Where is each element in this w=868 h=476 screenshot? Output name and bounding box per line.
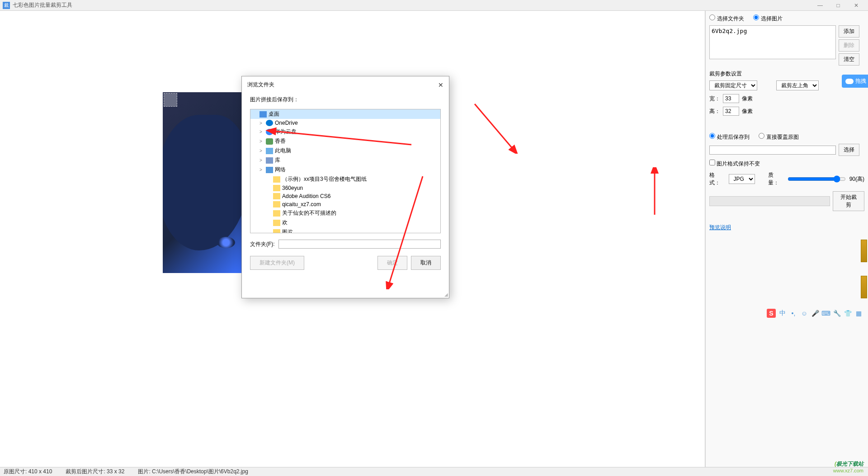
maximize-button[interactable]: □ (834, 1, 843, 10)
tree-item[interactable]: >香香 (250, 137, 440, 146)
ok-button[interactable]: 确定 (377, 256, 407, 270)
status-crop-size: 裁剪后图片尺寸: 33 x 32 (66, 468, 124, 476)
cloud-icon (845, 79, 854, 84)
expand-icon[interactable]: > (259, 139, 264, 144)
cancel-button[interactable]: 取消 (411, 256, 441, 270)
tree-item[interactable]: 关于仙女的不可描述的 (250, 208, 440, 218)
expand-icon[interactable]: > (259, 167, 264, 172)
file-list[interactable]: 6Vb2q2.jpg (709, 25, 836, 59)
folder-name-input[interactable] (278, 240, 441, 249)
height-input[interactable] (723, 107, 739, 116)
dialog-save-label: 图片拼接后保存到： (250, 96, 441, 104)
status-orig-size: 原图尺寸: 410 x 410 (4, 468, 52, 476)
titlebar: 裁 七彩色图片批量裁剪工具 — □ ✕ (0, 0, 868, 11)
tree-item-label: Adobe Audition CS6 (282, 193, 330, 199)
ime-punct-icon[interactable]: •, (789, 309, 797, 317)
radio-select-image[interactable]: 选择图片 (753, 14, 783, 23)
tree-item[interactable]: >OneDrive (250, 119, 440, 127)
desktop-icon (259, 111, 267, 118)
app-icon: 裁 (3, 2, 10, 9)
tree-item[interactable]: >华为云盘 (250, 127, 440, 137)
tree-item[interactable]: 图片 (250, 227, 440, 233)
expand-icon[interactable]: > (259, 121, 264, 126)
height-label: 高： (709, 108, 720, 115)
expand-icon[interactable]: > (259, 158, 264, 163)
clear-button[interactable]: 清空 (839, 53, 859, 66)
add-button[interactable]: 添加 (839, 25, 859, 38)
ime-emoji-icon[interactable]: ☺ (800, 309, 808, 317)
tree-item-label: 欢 (282, 219, 288, 226)
radio-overwrite[interactable]: 直接覆盖原图 (759, 133, 799, 141)
select-path-button[interactable]: 选择 (839, 144, 859, 156)
tree-item-label: 香香 (275, 137, 286, 145)
ime-sogou-icon[interactable]: S (767, 309, 776, 318)
expand-icon[interactable]: > (259, 148, 264, 153)
onedrive-icon (266, 120, 273, 126)
ime-toolbar[interactable]: S 中 •, ☺ 🎤 ⌨ 🔧 👕 ▦ (767, 309, 863, 318)
app-title: 七彩色图片批量裁剪工具 (13, 1, 816, 9)
quality-label: 质量： (768, 171, 784, 187)
resize-grip[interactable]: ◢ (444, 292, 448, 297)
ime-tool-icon[interactable]: 🔧 (833, 309, 841, 317)
net-icon (266, 167, 273, 173)
height-unit: 像素 (742, 108, 753, 115)
width-label: 宽： (709, 95, 720, 103)
tree-item-label: qicaitu_xz7.com (282, 201, 321, 207)
tree-item-label: 360eyun (282, 185, 303, 191)
tree-item-label: 图片 (282, 228, 293, 233)
huawei-icon (266, 129, 273, 135)
cloud-drag-button[interactable]: 拖拽 (842, 75, 868, 88)
save-path-input[interactable] (709, 146, 836, 155)
format-select[interactable]: JPG (729, 174, 755, 184)
tree-item[interactable]: >网络 (250, 165, 440, 174)
folder-tree[interactable]: 桌面>OneDrive>华为云盘>香香>此电脑>库>网络（示例）xx项目3号宿舍… (250, 109, 441, 233)
ime-grid-icon[interactable]: ▦ (854, 309, 863, 317)
ime-cn-icon[interactable]: 中 (778, 309, 787, 317)
progress-bar (709, 196, 830, 206)
statusbar: 原图尺寸: 410 x 410 裁剪后图片尺寸: 33 x 32 图片: C:\… (0, 467, 868, 476)
ime-skin-icon[interactable]: 👕 (844, 309, 852, 317)
dialog-close-button[interactable]: ✕ (438, 81, 443, 89)
width-unit: 像素 (742, 95, 753, 103)
watermark: (极光下载站 www.xz7.com (833, 458, 863, 473)
tree-item-label: 库 (275, 156, 280, 164)
tree-item[interactable]: Adobe Audition CS6 (250, 192, 440, 200)
tree-item[interactable]: >此电脑 (250, 146, 440, 156)
tree-item-label: 桌面 (269, 110, 279, 118)
close-button[interactable]: ✕ (852, 1, 861, 10)
start-crop-button[interactable]: 开始裁剪 (833, 191, 864, 211)
browse-folder-dialog: 浏览文件夹 ✕ 图片拼接后保存到： 桌面>OneDrive>华为云盘>香香>此电… (241, 76, 449, 298)
crop-section-title: 裁剪参数设置 (709, 70, 864, 78)
quality-slider[interactable] (788, 175, 846, 183)
tree-item[interactable]: qicaitu_xz7.com (250, 200, 440, 208)
format-label: 格式： (709, 171, 725, 187)
width-input[interactable] (723, 94, 739, 103)
ruler-bar-1 (861, 240, 867, 262)
radio-select-folder[interactable]: 选择文件夹 (709, 14, 744, 23)
tree-item-label: 华为云盘 (275, 128, 297, 136)
tree-item[interactable]: 360eyun (250, 184, 440, 192)
new-folder-button[interactable]: 新建文件夹(M) (250, 256, 304, 270)
crop-mode-select[interactable]: 裁剪固定尺寸 (709, 80, 757, 90)
expand-icon[interactable]: > (259, 129, 264, 134)
tree-item[interactable]: 欢 (250, 218, 440, 227)
minimize-button[interactable]: — (816, 1, 825, 10)
preview-image[interactable] (163, 92, 241, 273)
ime-keyboard-icon[interactable]: ⌨ (822, 309, 830, 317)
tree-item[interactable]: （示例）xx项目3号宿舍楼电气图纸 (250, 174, 440, 184)
keep-format-checkbox[interactable]: 图片格式保持不变 (709, 160, 760, 168)
dialog-title: 浏览文件夹 (247, 81, 274, 89)
delete-button[interactable]: 删除 (839, 39, 859, 52)
tree-item-label: 此电脑 (275, 147, 291, 155)
folder-icon (273, 210, 280, 217)
tree-item[interactable]: 桌面 (250, 109, 440, 119)
crop-anchor-select[interactable]: 裁剪左上角 (776, 80, 819, 90)
tree-item-label: 关于仙女的不可描述的 (282, 209, 336, 217)
quality-value: 90(高) (849, 175, 864, 183)
pc-icon (266, 148, 273, 154)
tree-item-label: （示例）xx项目3号宿舍楼电气图纸 (282, 175, 367, 183)
radio-save-to[interactable]: 处理后保存到 (709, 133, 750, 141)
preview-link[interactable]: 预览说明 (709, 224, 731, 231)
ime-mic-icon[interactable]: 🎤 (811, 309, 819, 317)
tree-item[interactable]: >库 (250, 156, 440, 165)
